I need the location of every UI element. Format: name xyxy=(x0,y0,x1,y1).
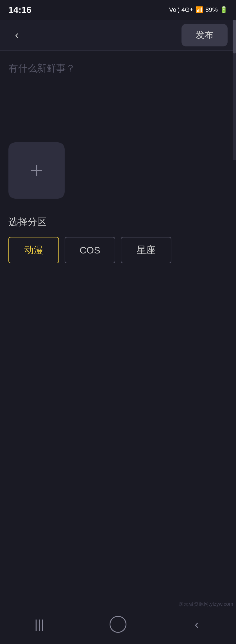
status-time: 14:16 xyxy=(8,5,31,15)
watermark: @云极资源网.ylzyw.com xyxy=(178,601,233,607)
nav-btn-back[interactable]: ‹ xyxy=(183,613,211,636)
scrollbar-thumb[interactable] xyxy=(233,20,236,53)
back-button[interactable]: ‹ xyxy=(8,27,25,44)
nav-back-icon: ‹ xyxy=(195,617,199,631)
scrollbar-track[interactable] xyxy=(233,20,236,160)
category-btn-cos[interactable]: COS xyxy=(65,237,115,263)
nav-bar: ‹ 发布 xyxy=(0,20,236,51)
status-bar: 14:16 Vol) 4G+ 📶 89% 🔋 xyxy=(0,0,236,20)
nav-btn-home[interactable] xyxy=(104,613,132,636)
text-input-area[interactable] xyxy=(8,86,228,142)
wifi-icon: 📶 xyxy=(196,6,203,14)
plus-icon: + xyxy=(30,159,43,182)
publish-button[interactable]: 发布 xyxy=(181,24,228,46)
back-icon: ‹ xyxy=(15,29,19,41)
bottom-nav: ||| ‹ xyxy=(0,610,236,644)
main-content: 有什么新鲜事？ + 选择分区 动漫 COS 星座 xyxy=(0,51,236,275)
category-section: 选择分区 动漫 COS 星座 xyxy=(8,216,228,263)
menu-icon: ||| xyxy=(35,617,44,631)
home-circle-icon xyxy=(110,616,126,633)
status-right: Vol) 4G+ 📶 89% 🔋 xyxy=(169,6,228,14)
battery-icon: 89% xyxy=(205,6,218,14)
category-btn-anime[interactable]: 动漫 xyxy=(8,237,59,263)
category-buttons: 动漫 COS 星座 xyxy=(8,237,228,263)
add-image-button[interactable]: + xyxy=(8,142,65,199)
category-label: 选择分区 xyxy=(8,216,228,228)
category-btn-constellation[interactable]: 星座 xyxy=(121,237,171,263)
nav-btn-menu[interactable]: ||| xyxy=(25,613,53,636)
battery-bar-icon: 🔋 xyxy=(220,6,228,14)
signal-icon: Vol) 4G+ xyxy=(169,6,193,14)
placeholder-text: 有什么新鲜事？ xyxy=(8,62,228,75)
